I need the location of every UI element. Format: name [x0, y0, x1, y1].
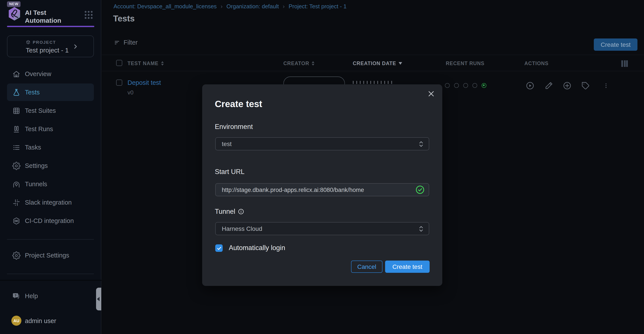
- create-test-dialog: Create test Environment test Start URL h…: [202, 84, 442, 286]
- column-header-test-name[interactable]: TEST NAME: [128, 61, 164, 66]
- user-name: admin user: [25, 317, 56, 324]
- svg-text:?: ?: [14, 293, 16, 297]
- app-root: NEW AI Test Automation: [0, 0, 644, 334]
- breadcrumb-project-link[interactable]: Project: Test project - 1: [288, 3, 346, 10]
- info-icon[interactable]: [238, 209, 244, 215]
- column-settings-icon[interactable]: [621, 60, 628, 67]
- app-title: AI Test Automation: [25, 9, 61, 24]
- more-options-icon[interactable]: [603, 81, 609, 92]
- sidebar-item-tasks[interactable]: Tasks: [7, 139, 94, 156]
- table-header: TEST NAME CREATOR CREATION DATE RECENT R…: [102, 55, 644, 71]
- project-name: Test project - 1: [26, 46, 69, 54]
- tunnel-select[interactable]: Harness Cloud: [215, 222, 429, 235]
- grid-icon: [12, 106, 20, 115]
- slack-icon: [12, 198, 20, 207]
- sidebar-item-cicd-integration[interactable]: CI-CD integration: [7, 212, 94, 230]
- sort-icon: [312, 61, 314, 66]
- sidebar-item-tests[interactable]: Tests: [7, 84, 94, 101]
- check-icon: [216, 245, 222, 251]
- cube-icon: [26, 40, 30, 45]
- valid-check-icon: [416, 185, 424, 194]
- sidebar-item-overview[interactable]: Overview: [7, 65, 94, 83]
- new-badge: NEW: [7, 1, 21, 7]
- start-url-input[interactable]: http://stage.dbank.prod-apps.relicx.ai:8…: [215, 183, 429, 196]
- start-url-label: Start URL: [215, 168, 244, 176]
- cancel-button[interactable]: Cancel: [351, 261, 382, 273]
- sidebar-item-help[interactable]: ? Help: [7, 287, 94, 305]
- column-header-creation-date[interactable]: CREATION DATE: [353, 61, 402, 66]
- user-menu[interactable]: AU admin user: [0, 312, 101, 330]
- filter-button[interactable]: Filter: [114, 39, 138, 46]
- home-icon: [12, 70, 20, 78]
- sidebar: NEW AI Test Automation: [0, 0, 101, 334]
- create-test-button[interactable]: Create test: [594, 39, 638, 51]
- cicd-icon: [12, 217, 20, 225]
- breadcrumb-organization-link[interactable]: Organization: default: [226, 3, 279, 10]
- test-name-link[interactable]: Deposit test: [128, 79, 161, 86]
- column-header-recent-runs: RECENT RUNS: [446, 61, 484, 66]
- project-selector[interactable]: PROJECT Test project - 1: [7, 35, 94, 57]
- run-test-icon[interactable]: [526, 81, 534, 92]
- column-header-actions: ACTIONS: [524, 61, 548, 66]
- test-version: v0: [128, 89, 134, 96]
- run-status-dot[interactable]: [472, 83, 477, 88]
- run-status-dot-passed[interactable]: [482, 83, 486, 88]
- close-icon[interactable]: [426, 88, 436, 99]
- breadcrumb-account-link[interactable]: Account: Devspace_all_module_licenses: [114, 3, 217, 10]
- edit-icon[interactable]: [544, 81, 553, 92]
- breadcrumb: Account: Devspace_all_module_licenses › …: [114, 3, 346, 10]
- tunnel-value: Harness Cloud: [222, 225, 419, 232]
- clipped-creation-date-text: [353, 81, 393, 84]
- sidebar-divider: [7, 274, 94, 274]
- environment-label: Environment: [215, 123, 253, 131]
- sidebar-item-test-runs[interactable]: Test Runs: [7, 120, 94, 138]
- environment-select[interactable]: test: [215, 137, 429, 150]
- sidebar-collapse-handle[interactable]: [96, 288, 101, 310]
- page-title: Tests: [113, 14, 135, 24]
- collapse-arrow-icon: [97, 297, 100, 301]
- sidebar-item-project-settings[interactable]: Project Settings: [7, 247, 94, 264]
- run-status-dot[interactable]: [463, 83, 468, 88]
- sidebar-item-slack-integration[interactable]: Slack integration: [7, 194, 94, 211]
- sidebar-item-test-suites[interactable]: Test Suites: [7, 102, 94, 119]
- gear-icon: [12, 251, 20, 259]
- tasks-icon: [12, 143, 20, 151]
- dialog-create-test-button[interactable]: Create test: [385, 261, 430, 273]
- flask-icon: [12, 88, 20, 96]
- module-grid-icon[interactable]: [85, 11, 92, 19]
- gear-icon: [12, 161, 20, 170]
- column-header-creator[interactable]: CREATOR: [283, 61, 314, 66]
- sidebar-item-settings[interactable]: Settings: [7, 157, 94, 175]
- breadcrumb-separator: ›: [221, 3, 223, 10]
- project-label: PROJECT: [33, 40, 56, 45]
- test-runs-icon: [12, 125, 20, 133]
- environment-value: test: [222, 140, 419, 147]
- chevron-up-down-icon: [419, 225, 424, 232]
- app-logo-icon: [8, 7, 21, 21]
- tunnel-icon: [12, 180, 20, 188]
- filter-icon: [114, 39, 120, 46]
- run-status-dot[interactable]: [454, 83, 459, 88]
- auto-login-checkbox[interactable]: [215, 244, 223, 252]
- toolbar: Filter Create test: [102, 35, 644, 55]
- breadcrumb-separator: ›: [283, 3, 285, 10]
- add-icon[interactable]: [563, 81, 572, 92]
- sidebar-section-divider: [0, 280, 101, 281]
- tag-icon[interactable]: [581, 81, 590, 92]
- sidebar-item-tunnels[interactable]: Tunnels: [7, 175, 94, 193]
- sidebar-divider: [7, 239, 94, 240]
- dialog-title: Create test: [215, 99, 262, 109]
- auto-login-label[interactable]: Automatically login: [229, 244, 285, 252]
- sort-desc-icon: [399, 62, 402, 65]
- tunnel-label: Tunnel: [215, 208, 244, 216]
- chevron-up-down-icon: [419, 140, 424, 147]
- chevron-right-icon: [72, 43, 78, 50]
- row-checkbox[interactable]: [116, 80, 122, 86]
- select-all-checkbox[interactable]: [116, 60, 122, 66]
- help-icon: ?: [12, 292, 20, 300]
- avatar: AU: [11, 316, 22, 326]
- sort-icon: [161, 61, 164, 66]
- start-url-value: http://stage.dbank.prod-apps.relicx.ai:8…: [222, 187, 416, 193]
- run-status-dot[interactable]: [445, 83, 450, 88]
- accent-underline: [7, 26, 94, 27]
